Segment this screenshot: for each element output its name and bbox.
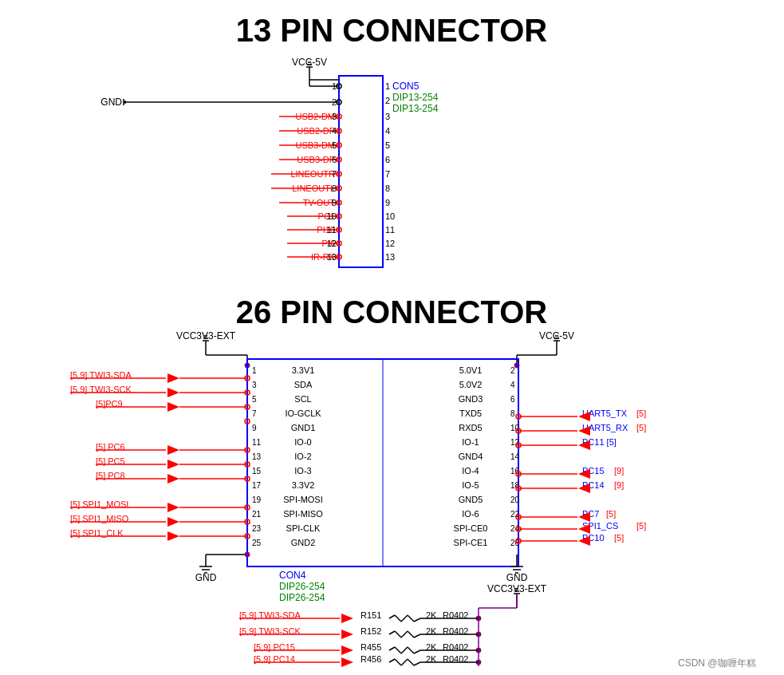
svg-text:IO-4: IO-4 — [462, 466, 479, 476]
svg-text:GND2: GND2 — [291, 538, 316, 547]
svg-text:GND3: GND3 — [459, 394, 483, 404]
svg-line-215 — [414, 618, 420, 622]
svg-text:19: 19 — [252, 495, 262, 504]
svg-text:6: 6 — [385, 155, 390, 164]
r152-label: R152 — [360, 626, 381, 636]
svg-text:21: 21 — [252, 510, 262, 519]
svg-text:7: 7 — [332, 169, 337, 179]
svg-text:9: 9 — [385, 198, 390, 207]
main-container: 13 PIN CONNECTOR VCC-5V GND 1 2 USB2-DM — [0, 0, 784, 675]
svg-text:TXD5: TXD5 — [459, 409, 482, 418]
svg-text:IO-GCLK: IO-GCLK — [285, 409, 321, 418]
svg-text:9: 9 — [332, 198, 337, 207]
svg-text:GND4: GND4 — [459, 452, 483, 461]
svg-text:5.0V1: 5.0V1 — [459, 365, 483, 375]
r151-label: R151 — [360, 610, 381, 620]
svg-line-217 — [395, 631, 401, 638]
svg-line-220 — [414, 634, 420, 638]
svg-line-218 — [401, 631, 408, 638]
svg-text:GND1: GND1 — [291, 423, 316, 432]
svg-text:IO-3: IO-3 — [294, 466, 311, 476]
svg-text:6: 6 — [510, 395, 515, 404]
svg-marker-132 — [167, 388, 179, 397]
svg-text:SPI-MOSI: SPI-MOSI — [283, 495, 323, 504]
svg-text:9: 9 — [252, 424, 257, 432]
svg-text:5: 5 — [385, 140, 390, 150]
r455-label: R455 — [360, 642, 381, 652]
svg-line-228 — [401, 659, 408, 665]
svg-line-216 — [389, 631, 395, 634]
con5-sub2: DIP13-254 — [392, 103, 439, 114]
svg-text:4: 4 — [510, 381, 515, 389]
svg-line-211 — [389, 615, 395, 618]
svg-text:RXD5: RXD5 — [459, 423, 482, 432]
svg-text:4: 4 — [385, 126, 390, 136]
svg-marker-157 — [167, 517, 179, 527]
svg-text:SPI-MISO: SPI-MISO — [283, 509, 323, 519]
svg-text:SCL: SCL — [294, 394, 311, 404]
svg-line-214 — [408, 615, 414, 622]
svg-line-229 — [408, 659, 414, 665]
svg-text:12: 12 — [327, 239, 337, 248]
svg-text:IO-2: IO-2 — [294, 452, 311, 461]
svg-text:13: 13 — [385, 252, 395, 262]
svg-text:14: 14 — [510, 452, 520, 461]
svg-text:4: 4 — [332, 126, 337, 136]
svg-text:SPI-CE0: SPI-CE0 — [454, 523, 488, 533]
svg-text:11: 11 — [327, 225, 337, 235]
con4-sub1: DIP26-254 — [279, 581, 325, 592]
svg-text:12: 12 — [385, 239, 395, 248]
svg-text:2: 2 — [385, 96, 390, 105]
svg-text:7: 7 — [385, 169, 390, 179]
svg-marker-153 — [167, 503, 179, 512]
svg-text:3: 3 — [332, 112, 337, 121]
svg-line-212 — [395, 615, 401, 622]
con4-label: CON4 — [279, 570, 306, 581]
svg-marker-145 — [167, 460, 179, 469]
svg-text:5: 5 — [332, 140, 337, 150]
uart5rx-num: [5] — [636, 423, 646, 432]
svg-line-213 — [401, 615, 408, 622]
svg-text:15: 15 — [252, 467, 262, 476]
svg-text:SPI-CLK: SPI-CLK — [286, 523, 321, 533]
svg-text:3: 3 — [252, 381, 257, 389]
svg-marker-209 — [341, 657, 353, 667]
svg-text:1: 1 — [332, 81, 337, 91]
pc10-num: [5] — [614, 533, 624, 543]
con4-sub2: DIP26-254 — [279, 592, 325, 603]
gnd-right-label: GND — [506, 572, 528, 583]
svg-text:3: 3 — [385, 112, 390, 121]
pc7-num: [5] — [606, 509, 616, 519]
svg-line-223 — [401, 647, 408, 653]
svg-line-221 — [389, 647, 395, 650]
svg-text:SDA: SDA — [294, 380, 313, 389]
con5-box — [339, 76, 383, 267]
svg-marker-149 — [167, 474, 179, 484]
svg-text:IO-0: IO-0 — [294, 437, 311, 447]
r456-label: R456 — [360, 654, 381, 664]
svg-marker-161 — [167, 531, 179, 541]
svg-line-219 — [408, 631, 414, 638]
svg-text:IO-5: IO-5 — [462, 480, 479, 490]
svg-text:13: 13 — [252, 452, 262, 461]
svg-line-227 — [395, 659, 401, 665]
title-13: 13 PIN CONNECTOR — [236, 13, 548, 48]
svg-line-225 — [414, 650, 420, 653]
svg-text:SPI-CE1: SPI-CE1 — [454, 538, 488, 547]
svg-text:8: 8 — [385, 184, 390, 193]
svg-text:IO-6: IO-6 — [462, 509, 479, 519]
gnd-left-label: GND — [195, 572, 217, 583]
svg-text:10: 10 — [327, 211, 337, 221]
svg-text:10: 10 — [385, 211, 395, 221]
spi1cs-num: [5] — [636, 521, 646, 531]
uart5tx-num: [5] — [636, 409, 646, 418]
svg-text:2: 2 — [510, 366, 515, 375]
pc14-num: [9] — [614, 480, 624, 490]
svg-text:20: 20 — [510, 495, 520, 504]
svg-marker-203 — [341, 614, 353, 623]
svg-text:11: 11 — [385, 225, 395, 235]
svg-marker-141 — [167, 445, 179, 455]
svg-text:3.3V1: 3.3V1 — [292, 365, 315, 375]
svg-text:5.0V2: 5.0V2 — [459, 380, 483, 389]
watermark: CSDN @咖喱年糕 — [678, 657, 756, 669]
